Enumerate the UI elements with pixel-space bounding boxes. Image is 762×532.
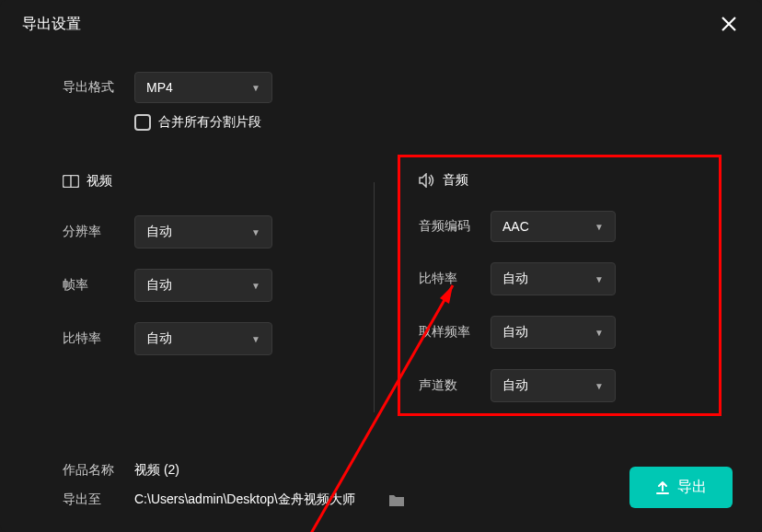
export-path-value: C:\Users\admin\Desktop\金舟视频大师 bbox=[134, 492, 355, 508]
video-bitrate-select[interactable]: 自动 ▼ bbox=[134, 322, 272, 355]
merge-checkbox-row: 合并所有分割片段 bbox=[134, 114, 699, 131]
resolution-label: 分辨率 bbox=[63, 224, 116, 240]
chevron-down-icon: ▼ bbox=[595, 381, 604, 391]
video-bitrate-label: 比特率 bbox=[63, 330, 116, 347]
resolution-select[interactable]: 自动 ▼ bbox=[134, 215, 272, 249]
fps-select[interactable]: 自动 ▼ bbox=[134, 269, 272, 302]
chevron-down-icon: ▼ bbox=[595, 328, 604, 338]
dialog-content: 导出格式 MP4 ▼ 合并所有分割片段 视频 分辨率 bbox=[0, 48, 762, 394]
chevron-down-icon: ▼ bbox=[251, 334, 260, 344]
chevron-down-icon: ▼ bbox=[595, 274, 604, 284]
fps-value: 自动 bbox=[146, 277, 172, 294]
audio-icon bbox=[419, 173, 435, 188]
resolution-value: 自动 bbox=[146, 224, 172, 240]
settings-columns: 视频 分辨率 自动 ▼ 帧率 自动 ▼ 比 bbox=[63, 173, 699, 376]
chevron-down-icon: ▼ bbox=[251, 83, 260, 93]
audio-bitrate-value: 自动 bbox=[502, 271, 528, 287]
channels-label: 声道数 bbox=[419, 377, 472, 394]
channels-value: 自动 bbox=[502, 377, 528, 394]
dialog-footer: 作品名称 视频 (2) 导出至 C:\Users\admin\Desktop\金… bbox=[63, 462, 733, 508]
export-settings-dialog: 导出设置 导出格式 MP4 ▼ 合并所有分割片段 视频 bbox=[0, 0, 762, 532]
audio-highlight-box: 音频 音频编码 AAC ▼ 比特率 自动 ▼ bbox=[398, 155, 722, 416]
fps-label: 帧率 bbox=[63, 277, 116, 294]
export-path-row: 导出至 C:\Users\admin\Desktop\金舟视频大师 bbox=[63, 492, 405, 508]
footer-info: 作品名称 视频 (2) 导出至 C:\Users\admin\Desktop\金… bbox=[63, 462, 405, 508]
merge-checkbox[interactable] bbox=[134, 114, 151, 131]
audio-codec-value: AAC bbox=[502, 219, 529, 234]
format-label: 导出格式 bbox=[63, 79, 116, 96]
video-bitrate-value: 自动 bbox=[146, 330, 172, 347]
chevron-down-icon: ▼ bbox=[595, 222, 604, 232]
format-value: MP4 bbox=[146, 80, 173, 95]
format-row: 导出格式 MP4 ▼ bbox=[63, 72, 699, 103]
audio-section-title: 音频 bbox=[443, 172, 468, 189]
merge-label: 合并所有分割片段 bbox=[158, 114, 261, 131]
browse-folder-button[interactable] bbox=[388, 493, 405, 507]
sample-rate-label: 取样频率 bbox=[419, 324, 472, 341]
export-button[interactable]: 导出 bbox=[629, 467, 733, 508]
channels-select[interactable]: 自动 ▼ bbox=[491, 369, 616, 402]
project-name-row: 作品名称 视频 (2) bbox=[63, 462, 405, 479]
video-icon bbox=[63, 175, 79, 188]
sample-rate-select[interactable]: 自动 ▼ bbox=[491, 316, 616, 349]
audio-bitrate-label: 比特率 bbox=[419, 271, 472, 287]
audio-bitrate-select[interactable]: 自动 ▼ bbox=[491, 262, 616, 295]
folder-icon bbox=[388, 493, 405, 507]
audio-codec-select[interactable]: AAC ▼ bbox=[491, 211, 616, 242]
close-icon bbox=[721, 16, 737, 32]
project-name-value: 视频 (2) bbox=[134, 462, 179, 479]
upload-icon bbox=[655, 480, 670, 495]
close-button[interactable] bbox=[718, 13, 740, 35]
dialog-title: 导出设置 bbox=[22, 15, 81, 34]
chevron-down-icon: ▼ bbox=[251, 227, 260, 237]
export-path-label: 导出至 bbox=[63, 492, 116, 508]
column-divider bbox=[374, 182, 375, 412]
export-button-label: 导出 bbox=[677, 478, 707, 497]
audio-section-header: 音频 bbox=[419, 172, 697, 189]
channels-row: 声道数 自动 ▼ bbox=[419, 369, 697, 402]
audio-codec-label: 音频编码 bbox=[419, 218, 472, 235]
audio-bitrate-row: 比特率 自动 ▼ bbox=[419, 262, 697, 295]
chevron-down-icon: ▼ bbox=[251, 281, 260, 291]
format-select[interactable]: MP4 ▼ bbox=[134, 72, 272, 103]
project-name-label: 作品名称 bbox=[63, 462, 116, 479]
audio-codec-row: 音频编码 AAC ▼ bbox=[419, 211, 697, 242]
dialog-header: 导出设置 bbox=[0, 0, 762, 48]
sample-rate-value: 自动 bbox=[502, 324, 528, 341]
video-section-title: 视频 bbox=[87, 173, 112, 190]
sample-rate-row: 取样频率 自动 ▼ bbox=[419, 316, 697, 349]
